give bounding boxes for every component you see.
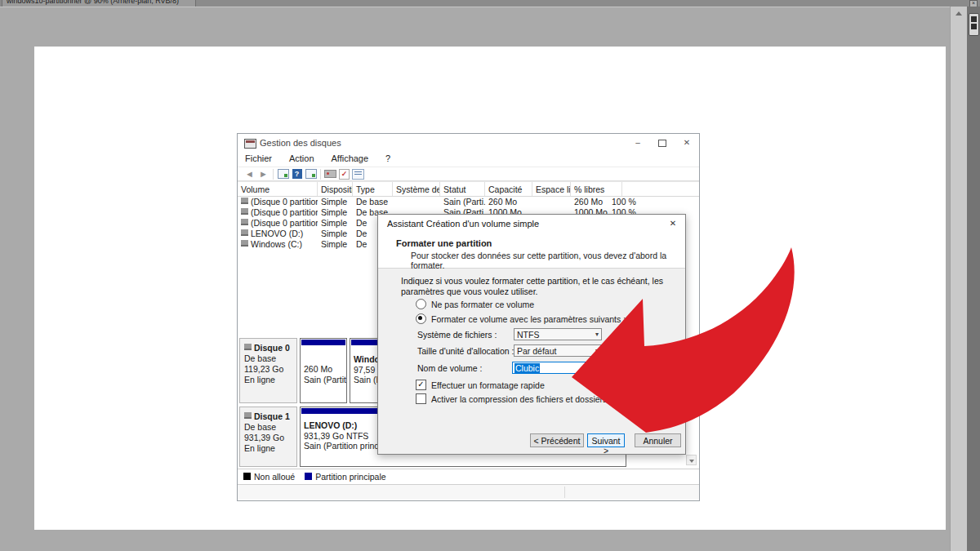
legend-unallocated-label: Non alloué [254,472,295,482]
volume-icon [241,240,248,247]
disk0-label[interactable]: Disque 0 De base 119,23 Go En ligne [239,338,297,403]
dialog-header: Formater une partition Pour stocker des … [378,233,685,269]
status-bar [238,484,699,500]
maximize-icon[interactable] [650,134,675,152]
dialog-subheading: Pour stocker des données sur cette parti… [411,251,685,270]
radio-format[interactable]: Formater ce volume avec les paramètres s… [416,313,626,324]
menu-affichage[interactable]: Affichage [323,152,376,163]
volume-name-label: Nom de volume : [417,363,482,373]
back-button[interactable]: < Précédent [530,433,584,447]
partition-color-bar [301,340,345,345]
legend-unallocated-swatch [243,473,251,480]
col-volume[interactable]: Volume [238,182,318,196]
dialog-title: Assistant Création d'un volume simple [387,219,539,229]
editor-vertical-scrollbar[interactable] [950,7,967,551]
volume-icon [241,208,248,215]
radio-selected-icon [416,313,426,324]
close-icon[interactable]: ✕ [675,134,699,152]
dialog-heading: Formater une partition [396,238,492,248]
quick-format-checkbox[interactable]: Effectuer un formatage rapide [416,380,545,390]
allocation-select[interactable]: Par défaut▾ [514,344,602,357]
dialog-close-icon[interactable]: ✕ [661,215,685,233]
radio-no-format[interactable]: Ne pas formater ce volume [416,299,534,309]
table-header: Volume Disposition Type Système de ... S… [238,181,699,197]
legend-primary-label: Partition principale [315,472,385,482]
chevron-down-icon: ▾ [595,331,599,338]
menubar: Fichier Action Affichage ? [238,152,699,167]
window-pane-icon[interactable] [276,168,290,180]
legend-primary-swatch [305,473,312,480]
allocation-label: Taille d'unité d'allocation : [417,346,514,356]
window-pane2-icon[interactable] [304,168,318,180]
properties-icon[interactable] [351,168,365,180]
volume-name-input[interactable]: Clubic [512,362,610,374]
menu-help[interactable]: ? [378,152,398,163]
disk-icon [244,412,252,419]
minimize-icon[interactable]: – [626,134,650,152]
table-row[interactable]: (Disque 0 partition... Simple De base Sa… [238,197,699,207]
help-icon[interactable]: ? [290,168,304,180]
next-button[interactable]: Suivant > [587,433,625,447]
pane-scroll-down-icon[interactable] [686,455,697,465]
nav-forward-icon[interactable]: ► [256,168,270,180]
editor-tab-strip: windows10-partitionner @ 90% (Arrière-pl… [0,0,980,7]
col-capacite[interactable]: Capacité [485,182,532,196]
editor-image-tab[interactable]: windows10-partitionner @ 90% (Arrière-pl… [2,0,196,7]
checkbox-checked-icon [416,380,426,390]
toolbar: ◄ ► ? ✓ [238,167,699,181]
check-disk-icon[interactable]: ✓ [337,168,351,180]
filesystem-label: Système de fichiers : [417,330,497,340]
volume-icon [241,219,248,225]
editor-tab-title: windows10-partitionner @ 90% (Arrière-pl… [2,0,195,5]
window-title: Gestion des disques [260,138,341,148]
dialog-description: Indiquez si vous voulez formater cette p… [401,276,666,297]
col-type[interactable]: Type [353,182,393,196]
col-libres[interactable]: % libres [571,182,622,196]
col-espace[interactable]: Espace li... [532,182,571,196]
col-systeme[interactable]: Système de ... [393,182,440,196]
dock-tab-icon[interactable] [969,13,979,36]
disk-icon [244,344,252,350]
volume-icon [241,229,248,236]
col-disposition[interactable]: Disposition [318,182,353,196]
radio-icon [416,299,426,309]
checkbox-icon [416,393,426,404]
col-statut[interactable]: Statut [440,182,485,196]
filesystem-select[interactable]: NTFS▾ [514,328,602,340]
dialog-titlebar[interactable]: Assistant Création d'un volume simple ✕ [378,215,685,233]
window-titlebar[interactable]: Gestion des disques – ✕ [238,134,699,152]
disk1-label[interactable]: Disque 1 De base 931,39 Go En ligne [239,407,297,467]
compression-checkbox[interactable]: Activer la compression des fichiers et d… [416,393,607,404]
console-icon[interactable] [323,168,337,180]
disk0-partition1[interactable]: 260 Mo Sain (Partit [300,338,347,403]
selected-text: Clubic [514,363,540,373]
disk-management-app-icon [244,139,256,149]
menu-action[interactable]: Action [282,152,322,163]
scroll-up-icon[interactable] [954,10,964,18]
nav-back-icon[interactable]: ◄ [243,168,256,180]
menu-fichier[interactable]: Fichier [238,152,279,163]
editor-dock-strip [967,7,980,551]
chevron-down-icon: ▾ [595,347,599,354]
cancel-button[interactable]: Annuler [635,433,681,447]
legend: Non alloué Partition principale [238,469,699,483]
new-volume-wizard-dialog: Assistant Création d'un volume simple ✕ … [377,214,686,455]
volume-icon [241,198,248,204]
